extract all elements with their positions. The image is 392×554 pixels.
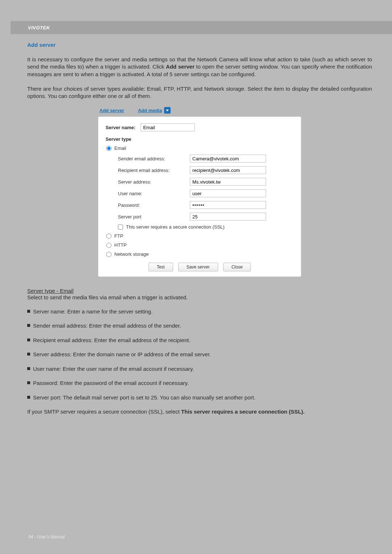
brand-text: VIVOTEK bbox=[28, 25, 50, 30]
closing-paragraph: If your SMTP server requires a secure co… bbox=[27, 408, 372, 415]
recipient-input[interactable] bbox=[190, 166, 266, 174]
tab-add-server-label: Add server bbox=[99, 108, 124, 113]
ssl-label: This server requires a secure connection… bbox=[126, 224, 225, 230]
radio-ftp-input[interactable] bbox=[106, 234, 111, 239]
server-dialog: Server name: Server type Email Sender em… bbox=[98, 116, 301, 277]
sender-label: Sender email address: bbox=[118, 156, 190, 161]
dialog-tabs: Add server Add media bbox=[99, 107, 301, 114]
server-type-label: Server type bbox=[106, 136, 289, 142]
username-input[interactable] bbox=[190, 189, 266, 197]
username-row: User name: bbox=[118, 189, 294, 197]
tab-add-media-label: Add media bbox=[138, 108, 162, 113]
closing-a: If your SMTP server requires a secure co… bbox=[27, 409, 181, 415]
server-type-email-desc: Select to send the media files via email… bbox=[27, 294, 372, 301]
section-title: Add server bbox=[27, 42, 372, 48]
bullet-text: Server port: The default mail server por… bbox=[33, 394, 256, 401]
list-item: Sender email address: Enter the email ad… bbox=[27, 322, 372, 329]
bullet-icon bbox=[27, 338, 30, 341]
recipient-label: Recipient email address: bbox=[118, 168, 190, 173]
server-addr-label: Server address: bbox=[118, 179, 190, 185]
username-label: User name: bbox=[118, 191, 190, 196]
radio-network-storage-label: Network storage bbox=[114, 251, 149, 257]
radio-http[interactable]: HTTP bbox=[106, 242, 294, 248]
radio-email-input[interactable] bbox=[106, 146, 111, 151]
p1-bold: Add server bbox=[166, 63, 195, 70]
intro-paragraph-2: There are four choices of server types a… bbox=[27, 85, 372, 100]
bullet-list: Server name: Enter a name for the server… bbox=[27, 308, 372, 401]
sender-row: Sender email address: bbox=[118, 155, 294, 163]
email-fields: Sender email address: Recipient email ad… bbox=[118, 155, 294, 221]
bullet-text: Password: Enter the password of the emai… bbox=[33, 379, 189, 387]
page-content: Add server It is necessary to configure … bbox=[27, 42, 372, 423]
bullet-text: Sender email address: Enter the email ad… bbox=[33, 322, 181, 329]
sender-input[interactable] bbox=[190, 155, 266, 163]
recipient-row: Recipient email address: bbox=[118, 166, 294, 174]
dialog-wrap: Add server Add media Server name: Server… bbox=[27, 107, 372, 277]
radio-ftp[interactable]: FTP bbox=[106, 233, 294, 239]
bullet-text: User name: Enter the user name of the em… bbox=[33, 365, 194, 373]
svg-marker-0 bbox=[166, 110, 169, 111]
list-item: Server port: The default mail server por… bbox=[27, 394, 372, 401]
server-name-input[interactable] bbox=[140, 123, 195, 131]
arrow-down-icon bbox=[164, 107, 171, 114]
bullet-icon bbox=[27, 310, 30, 313]
bullet-icon bbox=[27, 353, 30, 356]
ssl-checkbox[interactable] bbox=[118, 225, 123, 230]
radio-network-storage[interactable]: Network storage bbox=[106, 251, 294, 257]
header-bar: VIVOTEK bbox=[11, 21, 392, 34]
list-item: Password: Enter the password of the emai… bbox=[27, 379, 372, 387]
port-label: Server port bbox=[118, 214, 190, 219]
dialog-container: Add server Add media Server name: Server… bbox=[98, 107, 301, 277]
tab-add-media[interactable]: Add media bbox=[138, 107, 171, 114]
server-addr-input[interactable] bbox=[190, 178, 266, 186]
radio-http-input[interactable] bbox=[106, 243, 111, 248]
bullet-icon bbox=[27, 381, 30, 384]
radio-http-label: HTTP bbox=[114, 242, 127, 248]
bullet-text: Server address: Enter the domain name or… bbox=[33, 351, 211, 358]
intro-paragraph-1: It is necessary to configure the server … bbox=[27, 56, 372, 78]
password-label: Password: bbox=[118, 202, 190, 208]
radio-email[interactable]: Email bbox=[106, 145, 294, 151]
bullet-icon bbox=[27, 367, 30, 370]
server-type-email-heading: Server type - Email bbox=[27, 288, 372, 294]
ssl-row[interactable]: This server requires a secure connection… bbox=[118, 224, 294, 230]
server-name-label: Server name: bbox=[106, 125, 135, 130]
radio-network-storage-input[interactable] bbox=[106, 252, 111, 257]
bullet-icon bbox=[27, 396, 30, 399]
radio-ftp-label: FTP bbox=[114, 233, 123, 239]
password-row: Password: bbox=[118, 201, 294, 209]
save-server-button[interactable]: Save server bbox=[178, 263, 218, 271]
bullet-icon bbox=[27, 324, 30, 327]
list-item: User name: Enter the user name of the em… bbox=[27, 365, 372, 373]
list-item: Recipient email address: Enter the email… bbox=[27, 337, 372, 344]
close-button[interactable]: Close bbox=[223, 263, 251, 271]
bullet-text: Recipient email address: Enter the email… bbox=[33, 337, 191, 344]
closing-bold: This server requires a secure connection… bbox=[181, 409, 305, 415]
server-name-row: Server name: bbox=[106, 123, 294, 131]
bullet-text: Server name: Enter a name for the server… bbox=[33, 308, 152, 315]
dialog-buttons: Test Save server Close bbox=[106, 263, 294, 271]
page-footer: 94 - User's Manual bbox=[28, 534, 65, 539]
list-item: Server address: Enter the domain name or… bbox=[27, 351, 372, 358]
test-button[interactable]: Test bbox=[148, 263, 173, 271]
port-input[interactable] bbox=[190, 213, 266, 221]
tab-add-server[interactable]: Add server bbox=[99, 107, 124, 114]
radio-email-label: Email bbox=[114, 145, 126, 151]
port-row: Server port bbox=[118, 213, 294, 221]
password-input[interactable] bbox=[190, 201, 266, 209]
server-addr-row: Server address: bbox=[118, 178, 294, 186]
list-item: Server name: Enter a name for the server… bbox=[27, 308, 372, 315]
